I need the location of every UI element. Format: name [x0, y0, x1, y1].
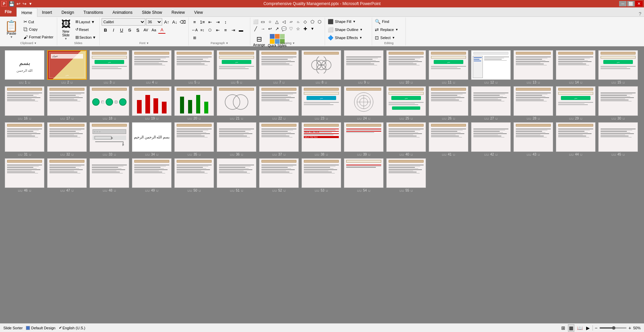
slide-item-5[interactable]: ⊔⊔5⊔: [174, 50, 214, 84]
zoom-level[interactable]: 50%: [633, 326, 641, 330]
slide-item-41[interactable]: ⊔⊔41⊔: [429, 122, 468, 156]
tab-file[interactable]: File: [0, 7, 16, 16]
strikethrough-button[interactable]: S: [126, 26, 133, 34]
slide-thumb[interactable]: [217, 122, 256, 152]
rect-shape[interactable]: ⬜: [252, 18, 259, 25]
slide-thumb[interactable]: [90, 158, 129, 188]
slide-thumb[interactable]: [301, 50, 341, 80]
numbering-button[interactable]: 1≡: [199, 18, 206, 26]
slide-item-31[interactable]: ⊔⊔31⊔: [5, 122, 44, 156]
slide-thumb[interactable]: → → →: [90, 122, 129, 152]
change-case-button[interactable]: Aa: [150, 26, 157, 34]
slide-thumb[interactable]: [47, 86, 87, 116]
paste-button[interactable]: 📋 Paste ▼: [2, 18, 21, 41]
slide-item-21[interactable]: ⊔⊔21⊔: [217, 86, 256, 120]
slide-item-43[interactable]: ⊔⊔43⊔: [513, 122, 553, 156]
slide-thumb[interactable]: متن: [90, 50, 129, 80]
slide-thumb[interactable]: TALK THE TALK WALK THE TALK: [301, 122, 341, 152]
slide-item-4[interactable]: ⊔⊔4⊔: [132, 50, 172, 84]
slide-thumb[interactable]: [132, 86, 172, 116]
slide-item-7[interactable]: ⊔⊔7⊔: [259, 50, 299, 84]
slide-thumb[interactable]: [174, 158, 214, 188]
slide-thumb[interactable]: [386, 122, 426, 152]
slide-item-34[interactable]: بسم الله الرحمن الرحيم⊔⊔34⊔: [132, 122, 172, 156]
slide-item-25[interactable]: متن ⊔⊔25⊔: [386, 86, 426, 120]
slide-thumb[interactable]: [47, 158, 87, 188]
slide-item-24[interactable]: ⊔⊔24⊔: [344, 86, 384, 120]
slide-item-17[interactable]: ⊔⊔17⊔: [47, 86, 87, 120]
slide-item-44[interactable]: ⊔⊔44⊔: [556, 122, 596, 156]
new-slide-button[interactable]: 🖼 NewSlide ▼: [59, 18, 73, 41]
slide-thumb[interactable]: [132, 50, 172, 80]
char-spacing-button[interactable]: AV: [142, 26, 149, 34]
slide-item-39[interactable]: ⊔⊔39⊔: [344, 122, 384, 156]
tab-transitions[interactable]: Transitions: [79, 8, 108, 16]
reading-view-button[interactable]: 📖: [576, 325, 583, 331]
zoom-out-button[interactable]: −: [595, 325, 598, 331]
slide-item-3[interactable]: متن ⊔⊔3⊔: [90, 50, 129, 84]
hexagon-shape[interactable]: ⬡: [316, 18, 323, 25]
slide-thumb[interactable]: [471, 50, 511, 80]
slide-thumb[interactable]: [5, 122, 44, 152]
align-left-button[interactable]: ⇤: [214, 26, 221, 34]
slide-item-19[interactable]: ⊔⊔19⊔: [132, 86, 172, 120]
minimize-button[interactable]: ─: [619, 1, 627, 6]
slide-item-32[interactable]: ⊔⊔32⊔: [47, 122, 87, 156]
slide-item-45[interactable]: ⊔⊔45⊔: [598, 122, 638, 156]
slide-item-52[interactable]: ⊔⊔52⊔: [259, 158, 299, 192]
slide-thumb[interactable]: [5, 86, 44, 116]
slide-thumb[interactable]: [259, 122, 299, 152]
qat-customize[interactable]: ▼: [29, 2, 32, 6]
text-shadow-button[interactable]: S: [134, 26, 141, 34]
slide-item-18[interactable]: ⬜ ⊔⊔18⊔: [90, 86, 129, 120]
slide-item-28[interactable]: ⊔⊔28⊔: [513, 86, 553, 120]
slide-thumb[interactable]: [556, 122, 596, 152]
font-family-select[interactable]: Calibri: [102, 18, 145, 26]
slide-item-11[interactable]: متن ⊔⊔11⊔: [429, 50, 468, 84]
font-color-button[interactable]: A: [158, 26, 166, 34]
slide-item-48[interactable]: ⊔⊔48⊔: [90, 158, 129, 192]
underline-button[interactable]: U: [118, 26, 125, 34]
align-text-button[interactable]: ≡↕: [199, 26, 206, 34]
slide-thumb[interactable]: [344, 158, 384, 188]
slide-item-54[interactable]: ⊔⊔54⊔: [344, 158, 384, 192]
trapezoid-shape[interactable]: ⏢: [295, 18, 301, 25]
slide-item-50[interactable]: ⊔⊔50⊔: [174, 158, 214, 192]
format-painter-button[interactable]: 🖌 Format Painter: [22, 34, 55, 40]
clear-formatting-button[interactable]: ⌫: [179, 18, 186, 26]
slide-item-26[interactable]: ⊔⊔26⊔: [429, 86, 468, 120]
qat-save[interactable]: 💾: [9, 1, 14, 6]
slide-item-15[interactable]: متن ⊔⊔15⊔: [598, 50, 638, 84]
shape-fill-button[interactable]: ⬛ Shape Fill ▼: [327, 18, 370, 25]
slide-thumb[interactable]: [259, 50, 299, 80]
slide-thumb[interactable]: [174, 86, 214, 116]
isosceles-triangle-shape[interactable]: △: [274, 18, 280, 25]
zoom-slider[interactable]: [600, 327, 627, 329]
line-spacing-button[interactable]: ↕: [222, 18, 229, 26]
slide-thumb[interactable]: [259, 86, 299, 116]
slide-item-49[interactable]: ⊔⊔49⊔: [132, 158, 172, 192]
slide-thumb[interactable]: [513, 122, 553, 152]
align-right-button[interactable]: ⇥: [229, 26, 237, 34]
reset-button[interactable]: ↺ Reset: [74, 27, 98, 32]
slide-thumb[interactable]: [174, 122, 214, 152]
slide-thumb[interactable]: متن: [598, 50, 638, 80]
text-direction-button[interactable]: ↔A: [191, 26, 198, 34]
layout-button[interactable]: ⊞ Layout ▼: [74, 19, 98, 24]
columns-button[interactable]: ⊞: [191, 34, 198, 41]
slide-item-9[interactable]: ⊔⊔9⊔: [344, 50, 384, 84]
slide-item-33[interactable]: → → → ⊔⊔33⊔: [90, 122, 129, 156]
slide-item-30[interactable]: ⊔⊔30⊔: [598, 86, 638, 120]
tab-review[interactable]: Review: [167, 8, 189, 16]
slide-item-13[interactable]: ⊔⊔13⊔: [513, 50, 553, 84]
slide-thumb[interactable]: [598, 122, 638, 152]
tab-animations[interactable]: Animations: [108, 8, 137, 16]
slide-item-16[interactable]: ⊔⊔16⊔: [5, 86, 44, 120]
oval-shape[interactable]: ○: [266, 18, 273, 25]
shape-outline-button[interactable]: ⬜ Shape Outline ▼: [327, 26, 370, 33]
slide-thumb[interactable]: [386, 158, 426, 188]
slide-thumb[interactable]: متن: [301, 86, 341, 116]
align-center-button[interactable]: ≡: [222, 26, 229, 34]
close-button[interactable]: ✕: [635, 1, 643, 6]
slide-thumb[interactable]: [217, 158, 256, 188]
